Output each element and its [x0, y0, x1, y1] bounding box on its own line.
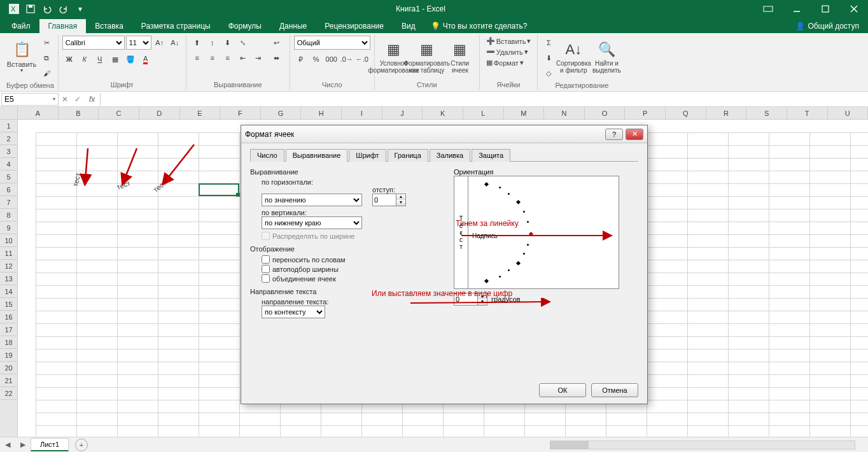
- cell-styles-button[interactable]: ▦Стили ячеек: [445, 36, 475, 78]
- tab-home[interactable]: Главная: [39, 19, 87, 33]
- qat-dropdown-icon[interactable]: ▾: [73, 1, 88, 17]
- column-header[interactable]: K: [423, 107, 463, 120]
- column-header[interactable]: P: [625, 107, 666, 120]
- italic-button[interactable]: К: [78, 52, 92, 66]
- merge-icon[interactable]: ⬌: [268, 51, 286, 65]
- decrease-indent-icon[interactable]: ⇤: [236, 51, 250, 65]
- redo-icon[interactable]: [56, 1, 71, 17]
- spin-down-icon[interactable]: ▼: [478, 299, 487, 305]
- orientation-control[interactable]: Текст Надпись: [454, 176, 619, 289]
- row-header[interactable]: 20: [0, 362, 17, 374]
- dtab-protection[interactable]: Защита: [472, 149, 510, 162]
- tab-data[interactable]: Данные: [270, 19, 316, 33]
- active-cell[interactable]: [199, 183, 239, 196]
- sort-filter-button[interactable]: A↓Сортировка и фильтр: [558, 36, 589, 78]
- orientation-vertical-text[interactable]: Текст: [454, 176, 468, 288]
- column-header[interactable]: Q: [666, 107, 706, 120]
- sheet-nav-next-icon[interactable]: ▶: [15, 441, 31, 449]
- select-all-corner[interactable]: [0, 107, 17, 120]
- add-sheet-button[interactable]: +: [75, 439, 88, 451]
- dialog-help-button[interactable]: ?: [605, 129, 623, 140]
- cut-icon[interactable]: ✂: [39, 36, 53, 50]
- comma-icon[interactable]: 000: [325, 52, 339, 66]
- row-header[interactable]: 2: [0, 132, 17, 145]
- decrease-decimal-icon[interactable]: ←.0: [355, 52, 369, 66]
- tab-insert[interactable]: Вставка: [86, 19, 132, 33]
- row-header[interactable]: 6: [0, 183, 17, 196]
- row-header[interactable]: 8: [0, 209, 17, 222]
- format-as-table-button[interactable]: ▦Форматировать как таблицу: [412, 36, 442, 78]
- autosum-icon[interactable]: Σ: [542, 36, 556, 50]
- column-header[interactable]: N: [544, 107, 585, 120]
- dtab-alignment[interactable]: Выравнивание: [286, 149, 348, 162]
- row-header[interactable]: 10: [0, 234, 17, 247]
- column-header[interactable]: I: [342, 107, 382, 120]
- number-format-select[interactable]: Общий: [294, 36, 370, 50]
- cancel-button[interactable]: Отмена: [591, 383, 638, 397]
- increase-decimal-icon[interactable]: .0→: [340, 52, 354, 66]
- tab-formulas[interactable]: Формулы: [220, 19, 270, 33]
- spin-up-icon[interactable]: ▲: [396, 194, 405, 200]
- text-direction-select[interactable]: по контексту: [262, 306, 325, 318]
- column-header[interactable]: O: [585, 107, 626, 120]
- row-header[interactable]: 12: [0, 260, 17, 272]
- column-header[interactable]: T: [787, 107, 828, 120]
- dialog-close-button[interactable]: ✕: [626, 129, 643, 140]
- bold-button[interactable]: Ж: [62, 52, 76, 66]
- align-left-icon[interactable]: ≡: [190, 51, 204, 65]
- row-header[interactable]: 4: [0, 158, 17, 171]
- row-header[interactable]: 13: [0, 272, 17, 285]
- column-header[interactable]: G: [261, 107, 302, 120]
- column-header[interactable]: F: [220, 107, 261, 120]
- merge-cells-checkbox[interactable]: [262, 274, 270, 283]
- ok-button[interactable]: ОК: [539, 383, 586, 397]
- clear-icon[interactable]: ◇: [542, 66, 556, 80]
- align-middle-icon[interactable]: ↕: [206, 36, 220, 50]
- increase-font-icon[interactable]: A↑: [153, 36, 167, 50]
- row-header[interactable]: 11: [0, 247, 17, 260]
- formula-input[interactable]: [100, 93, 868, 106]
- vertical-align-select[interactable]: по нижнему краю: [262, 216, 362, 229]
- font-family-select[interactable]: Calibri: [62, 36, 125, 50]
- column-header[interactable]: U: [828, 107, 869, 120]
- format-painter-icon[interactable]: 🖌: [39, 66, 53, 80]
- save-icon[interactable]: [23, 1, 38, 17]
- column-header[interactable]: E: [180, 107, 221, 120]
- degrees-spinner[interactable]: ▲▼: [454, 293, 487, 306]
- spin-up-icon[interactable]: ▲: [478, 293, 487, 299]
- column-header[interactable]: C: [99, 107, 139, 120]
- column-header[interactable]: S: [746, 107, 787, 120]
- currency-icon[interactable]: ₽: [294, 52, 308, 66]
- column-header[interactable]: D: [139, 107, 180, 120]
- row-header[interactable]: 15: [0, 298, 17, 311]
- row-header[interactable]: 14: [0, 285, 17, 298]
- row-header[interactable]: 9: [0, 222, 17, 234]
- undo-icon[interactable]: [39, 1, 55, 17]
- horizontal-align-select[interactable]: по значению: [262, 194, 362, 206]
- column-header[interactable]: H: [301, 107, 342, 120]
- fx-icon[interactable]: fx: [84, 95, 100, 104]
- tab-page-layout[interactable]: Разметка страницы: [132, 19, 220, 33]
- row-header[interactable]: 22: [0, 387, 17, 400]
- orientation-dial[interactable]: Надпись: [468, 176, 619, 288]
- minimize-icon[interactable]: [782, 0, 811, 18]
- tab-view[interactable]: Вид: [393, 19, 424, 33]
- orientation-icon[interactable]: ⤡: [236, 36, 250, 50]
- enter-formula-icon[interactable]: ✓: [71, 95, 84, 104]
- spin-down-icon[interactable]: ▼: [396, 200, 405, 206]
- name-box[interactable]: E5▾: [1, 93, 59, 106]
- align-right-icon[interactable]: ≡: [221, 51, 235, 65]
- dialog-title-bar[interactable]: Формат ячеек ? ✕: [241, 125, 647, 143]
- column-header[interactable]: A: [18, 107, 59, 120]
- tab-review[interactable]: Рецензирование: [316, 19, 393, 33]
- share-button[interactable]: 👤 Общий доступ: [789, 19, 865, 33]
- row-header[interactable]: 1: [0, 120, 17, 132]
- row-header[interactable]: 3: [0, 145, 17, 158]
- row-header[interactable]: 21: [0, 374, 17, 387]
- align-bottom-icon[interactable]: ⬇: [221, 36, 235, 50]
- ribbon-options-icon[interactable]: [753, 0, 782, 18]
- underline-button[interactable]: Ч: [93, 52, 107, 66]
- sheet-nav-prev-icon[interactable]: ◀: [0, 441, 15, 449]
- decrease-font-icon[interactable]: A↓: [168, 36, 182, 50]
- row-header[interactable]: 19: [0, 349, 17, 362]
